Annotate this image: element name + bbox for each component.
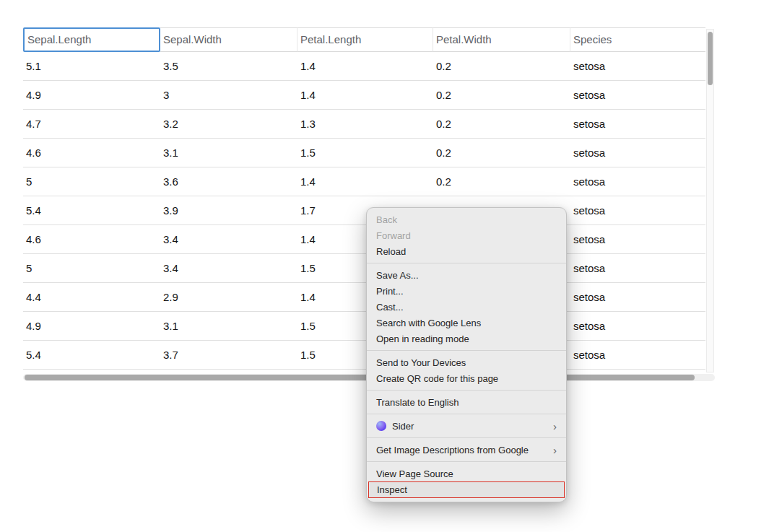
vertical-scrollbar-thumb[interactable] xyxy=(708,32,713,85)
cell[interactable]: setosa xyxy=(570,225,705,254)
column-header-species[interactable]: Species xyxy=(570,27,705,52)
menu-separator xyxy=(367,414,566,414)
cell[interactable]: 4.9 xyxy=(23,312,160,341)
table-row: 5.4 3.9 1.7 setosa xyxy=(23,196,705,225)
sider-icon xyxy=(376,421,386,431)
cell[interactable]: 3.9 xyxy=(160,196,297,225)
cell[interactable]: 3 xyxy=(160,81,297,110)
cell[interactable]: 1.3 xyxy=(297,110,433,139)
cell[interactable]: 3.6 xyxy=(160,167,297,196)
table-row: 4.4 2.9 1.4 setosa xyxy=(23,283,705,312)
menu-item-cast[interactable]: Cast... xyxy=(367,299,566,315)
menu-item-translate[interactable]: Translate to English xyxy=(367,394,566,410)
cell[interactable]: 1.4 xyxy=(297,81,433,110)
menu-item-search-google-lens[interactable]: Search with Google Lens xyxy=(367,315,566,331)
cell[interactable]: 3.1 xyxy=(160,312,297,341)
cell[interactable]: 0.2 xyxy=(433,110,570,139)
menu-item-forward: Forward xyxy=(367,227,566,243)
cell[interactable]: 4.7 xyxy=(23,110,160,139)
cell[interactable]: setosa xyxy=(570,139,705,167)
cell[interactable]: 4.6 xyxy=(23,225,160,254)
cell[interactable]: 1.4 xyxy=(297,167,433,196)
table-row: 4.6 3.1 1.5 0.2 setosa xyxy=(23,139,705,167)
menu-item-get-image-descriptions[interactable]: Get Image Descriptions from Google › xyxy=(367,442,566,458)
menu-item-send-to-devices[interactable]: Send to Your Devices xyxy=(367,354,566,370)
vertical-scrollbar[interactable] xyxy=(706,29,714,372)
cell[interactable]: 0.2 xyxy=(433,139,570,167)
cell[interactable]: setosa xyxy=(570,167,705,196)
submenu-chevron-icon: › xyxy=(553,421,557,432)
column-header-sepal-length[interactable]: Sepal.Length xyxy=(23,27,160,52)
cell[interactable]: 3.7 xyxy=(160,341,297,370)
cell[interactable]: 5 xyxy=(23,254,160,283)
cell[interactable]: 3.1 xyxy=(160,139,297,167)
cell[interactable]: setosa xyxy=(570,52,705,81)
cell[interactable]: setosa xyxy=(570,110,705,139)
table-row: 5.1 3.5 1.4 0.2 setosa xyxy=(23,52,705,81)
menu-separator xyxy=(367,461,566,462)
menu-item-open-reading-mode[interactable]: Open in reading mode xyxy=(367,331,566,346)
page: Sepal.Length Sepal.Width Petal.Length Pe… xyxy=(0,0,769,532)
cell[interactable]: 0.2 xyxy=(433,81,570,110)
table-row: 4.7 3.2 1.3 0.2 setosa xyxy=(23,110,705,139)
table-row: 4.6 3.4 1.4 setosa xyxy=(23,225,705,254)
menu-item-back: Back xyxy=(367,212,566,227)
cell[interactable]: 0.2 xyxy=(433,167,570,196)
menu-separator xyxy=(367,390,566,391)
cell[interactable]: 3.4 xyxy=(160,254,297,283)
menu-separator xyxy=(367,350,566,351)
submenu-chevron-icon: › xyxy=(553,445,557,455)
menu-item-sider[interactable]: Sider › xyxy=(367,418,566,434)
table-row: 5 3.6 1.4 0.2 setosa xyxy=(23,167,705,196)
cell[interactable]: 3.4 xyxy=(160,225,297,254)
cell[interactable]: 5.1 xyxy=(23,52,160,81)
data-table: Sepal.Length Sepal.Width Petal.Length Pe… xyxy=(23,27,705,370)
menu-item-print[interactable]: Print... xyxy=(367,283,566,299)
cell[interactable]: 3.2 xyxy=(160,110,297,139)
menu-item-reload[interactable]: Reload xyxy=(367,243,566,259)
table-row: 5 3.4 1.5 setosa xyxy=(23,254,705,283)
cell[interactable]: 4.6 xyxy=(23,139,160,167)
column-header-petal-width[interactable]: Petal.Width xyxy=(433,27,570,52)
menu-item-label: Sider xyxy=(392,421,414,432)
column-header-petal-length[interactable]: Petal.Length xyxy=(297,27,433,52)
cell[interactable]: setosa xyxy=(570,341,705,370)
table-row: 5.4 3.7 1.5 setosa xyxy=(23,341,705,370)
cell[interactable]: 4.9 xyxy=(23,81,160,110)
menu-separator xyxy=(367,263,566,263)
cell[interactable]: setosa xyxy=(570,196,705,225)
table-header-row: Sepal.Length Sepal.Width Petal.Length Pe… xyxy=(23,27,705,52)
menu-item-save-as[interactable]: Save As... xyxy=(367,267,566,283)
table-body: 5.1 3.5 1.4 0.2 setosa 4.9 3 1.4 0.2 set… xyxy=(23,52,705,370)
menu-item-label: Get Image Descriptions from Google xyxy=(376,445,529,455)
cell[interactable]: 5 xyxy=(23,167,160,196)
cell[interactable]: 4.4 xyxy=(23,283,160,312)
cell[interactable]: 1.5 xyxy=(297,139,433,167)
cell[interactable]: 5.4 xyxy=(23,196,160,225)
column-header-sepal-width[interactable]: Sepal.Width xyxy=(160,27,297,52)
cell[interactable]: 5.4 xyxy=(23,341,160,370)
table-row: 4.9 3.1 1.5 setosa xyxy=(23,312,705,341)
cell[interactable]: setosa xyxy=(570,283,705,312)
cell[interactable]: setosa xyxy=(570,312,705,341)
table-row: 4.9 3 1.4 0.2 setosa xyxy=(23,81,705,110)
cell[interactable]: 1.4 xyxy=(297,52,433,81)
horizontal-scrollbar-thumb[interactable] xyxy=(25,375,695,380)
menu-item-view-page-source[interactable]: View Page Source xyxy=(367,466,566,481)
menu-separator xyxy=(367,437,566,438)
menu-item-inspect[interactable]: Inspect xyxy=(368,481,565,498)
cell[interactable]: setosa xyxy=(570,254,705,283)
context-menu: Back Forward Reload Save As... Print... … xyxy=(366,207,567,502)
cell[interactable]: 3.5 xyxy=(160,52,297,81)
cell[interactable]: 0.2 xyxy=(433,52,570,81)
cell[interactable]: setosa xyxy=(570,81,705,110)
cell[interactable]: 2.9 xyxy=(160,283,297,312)
menu-item-create-qr-code[interactable]: Create QR code for this page xyxy=(367,370,566,386)
